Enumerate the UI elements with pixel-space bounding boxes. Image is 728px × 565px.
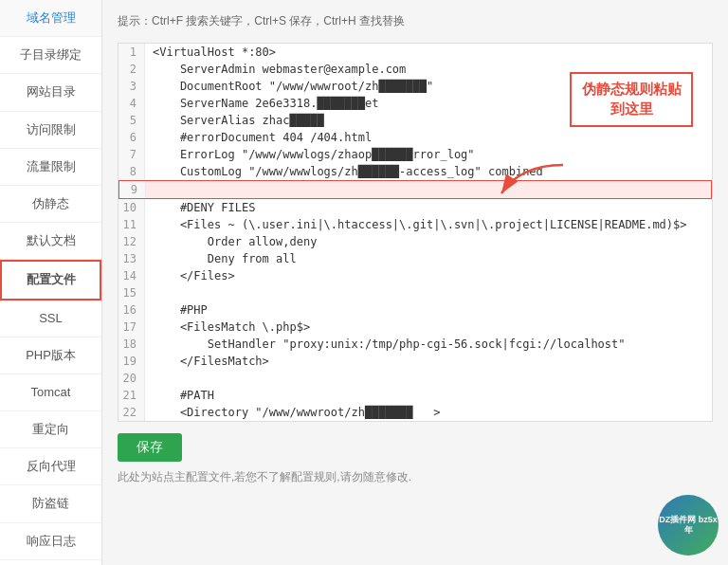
line-number: 19 bbox=[118, 353, 145, 370]
code-line: 7 ErrorLog "/www/wwwlogs/zhaop██████rror… bbox=[118, 146, 712, 163]
sidebar-item-fake-static[interactable]: 伪静态 bbox=[0, 186, 101, 223]
sidebar-item-hotlink-protect[interactable]: 防盗链 bbox=[0, 485, 101, 522]
line-number: 7 bbox=[118, 146, 145, 163]
hint-bar: 提示：Ctrl+F 搜索关键字，Ctrl+S 保存，Ctrl+H 查找替换 bbox=[118, 9, 713, 33]
line-content[interactable]: <Files ~ (\.user.ini|\.htaccess|\.git|\.… bbox=[145, 216, 712, 233]
code-editor[interactable]: 1<VirtualHost *:80>2 ServerAdmin webmast… bbox=[118, 43, 713, 422]
code-line: 8 CustomLog "/www/wwwlogs/zh██████-acces… bbox=[118, 163, 712, 180]
sidebar-item-subdir-bind[interactable]: 子目录绑定 bbox=[0, 37, 101, 74]
line-content[interactable]: #DENY FILES bbox=[145, 199, 712, 216]
line-number: 15 bbox=[118, 284, 145, 301]
line-content[interactable]: ErrorLog "/www/wwwlogs/zhaop██████rror_l… bbox=[145, 146, 712, 163]
line-number: 17 bbox=[118, 319, 145, 336]
line-content[interactable]: </FilesMatch> bbox=[145, 353, 712, 370]
line-content[interactable]: CustomLog "/www/wwwlogs/zh██████-access_… bbox=[145, 163, 712, 180]
code-line: 12 Order allow,deny bbox=[118, 233, 712, 250]
line-content[interactable]: <VirtualHost *:80> bbox=[145, 44, 712, 61]
line-number: 13 bbox=[118, 250, 145, 267]
line-number: 20 bbox=[118, 370, 145, 387]
watermark-logo: DZ插件网 bz5x年 bbox=[658, 495, 719, 556]
code-line: 9 bbox=[118, 180, 712, 199]
line-number: 10 bbox=[118, 199, 145, 216]
save-button[interactable]: 保存 bbox=[118, 433, 182, 462]
line-number: 18 bbox=[118, 336, 145, 353]
line-number: 22 bbox=[118, 404, 145, 421]
line-number: 16 bbox=[118, 301, 145, 319]
sidebar-item-ssl[interactable]: SSL bbox=[0, 301, 101, 337]
line-content[interactable]: Order allow,deny bbox=[145, 233, 712, 250]
line-number: 2 bbox=[118, 61, 145, 78]
code-line: 17 <FilesMatch \.php$> bbox=[118, 319, 712, 336]
code-line: 20 bbox=[118, 370, 712, 387]
code-line: 1<VirtualHost *:80> bbox=[118, 44, 712, 61]
code-line: 22 <Directory "/www/wwwroot/zh███████ > bbox=[118, 404, 712, 421]
code-line: 14 </Files> bbox=[118, 267, 712, 284]
sidebar: 域名管理子目录绑定网站目录访问限制流量限制伪静态默认文档配置文件SSLPHP版本… bbox=[0, 0, 102, 565]
sidebar-item-config-file[interactable]: 配置文件 bbox=[0, 260, 101, 300]
code-line: 16 #PHP bbox=[118, 301, 712, 319]
sidebar-item-redirect[interactable]: 重定向 bbox=[0, 411, 101, 448]
code-line: 21 #PATH bbox=[118, 387, 712, 404]
sidebar-item-access-limit[interactable]: 访问限制 bbox=[0, 112, 101, 149]
line-content[interactable]: </Files> bbox=[145, 267, 712, 284]
line-content[interactable]: #PATH bbox=[145, 387, 712, 404]
line-number: 1 bbox=[118, 44, 145, 61]
line-number: 21 bbox=[118, 387, 145, 404]
line-number: 5 bbox=[118, 112, 145, 129]
line-content[interactable]: <FilesMatch \.php$> bbox=[145, 319, 712, 336]
line-content[interactable]: #errorDocument 404 /404.html bbox=[145, 129, 712, 146]
line-content[interactable]: Deny from all bbox=[145, 250, 712, 267]
arrow-icon bbox=[492, 155, 568, 212]
line-number: 11 bbox=[118, 216, 145, 233]
watermark: DZ插件网 bz5x年 bbox=[658, 495, 719, 556]
line-number: 14 bbox=[118, 267, 145, 284]
sidebar-item-tomcat[interactable]: Tomcat bbox=[0, 374, 101, 411]
line-content[interactable]: SetHandler "proxy:unix:/tmp/php-cgi-56.s… bbox=[145, 336, 712, 353]
code-line: 10 #DENY FILES bbox=[118, 199, 712, 216]
sidebar-item-traffic-limit[interactable]: 流量限制 bbox=[0, 149, 101, 186]
line-number: 9 bbox=[119, 181, 146, 198]
annotation-box: 伪静态规则粘贴到这里 bbox=[570, 72, 693, 127]
code-line: 13 Deny from all bbox=[118, 250, 712, 267]
line-number: 4 bbox=[118, 95, 145, 112]
code-line: 18 SetHandler "proxy:unix:/tmp/php-cgi-5… bbox=[118, 336, 712, 353]
footer-note: 此处为站点主配置文件,若您不了解配置规则,请勿随意修改. bbox=[118, 469, 713, 485]
sidebar-item-php-version[interactable]: PHP版本 bbox=[0, 337, 101, 374]
line-number: 12 bbox=[118, 233, 145, 250]
sidebar-item-domain-mgmt[interactable]: 域名管理 bbox=[0, 0, 101, 37]
code-line: 15 bbox=[118, 284, 712, 301]
code-line: 6 #errorDocument 404 /404.html bbox=[118, 129, 712, 146]
code-line: 11 <Files ~ (\.user.ini|\.htaccess|\.git… bbox=[118, 216, 712, 233]
main-content: 提示：Ctrl+F 搜索关键字，Ctrl+S 保存，Ctrl+H 查找替换 1<… bbox=[102, 0, 728, 565]
sidebar-item-website-dir[interactable]: 网站目录 bbox=[0, 74, 101, 111]
line-number: 3 bbox=[118, 78, 145, 95]
sidebar-item-default-doc[interactable]: 默认文档 bbox=[0, 223, 101, 260]
line-number: 6 bbox=[118, 129, 145, 146]
line-number: 8 bbox=[118, 163, 145, 180]
sidebar-item-response-header[interactable]: 响应日志 bbox=[0, 523, 101, 560]
line-content[interactable]: #PHP bbox=[145, 301, 712, 319]
sidebar-item-reverse-proxy[interactable]: 反向代理 bbox=[0, 448, 101, 485]
line-content[interactable]: <Directory "/www/wwwroot/zh███████ > bbox=[145, 404, 712, 421]
code-line: 19 </FilesMatch> bbox=[118, 353, 712, 370]
